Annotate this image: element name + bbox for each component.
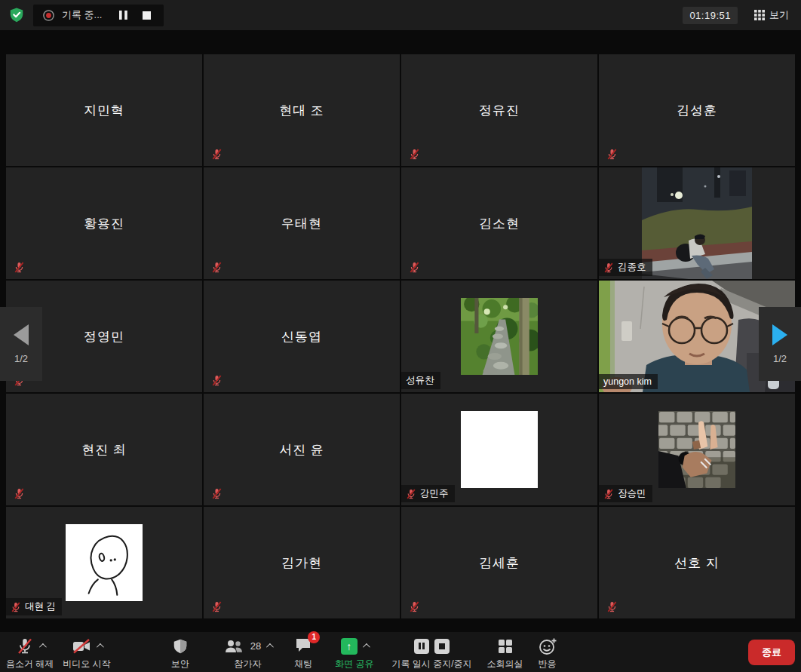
participant-tile[interactable]: 황용진 — [6, 167, 202, 279]
participant-name-label: 성유찬 — [406, 374, 434, 387]
mic-muted-icon — [606, 149, 618, 160]
participant-tile[interactable]: 성유찬 — [401, 281, 597, 392]
previous-page-button[interactable]: 1/2 — [0, 307, 42, 381]
mic-muted-icon — [606, 601, 618, 612]
view-button[interactable]: 보기 — [750, 5, 793, 25]
white-avatar — [461, 411, 538, 488]
participant-name: 신동엽 — [204, 281, 400, 392]
mic-muted-icon — [211, 375, 222, 386]
shield-icon — [172, 638, 189, 655]
participant-name-label: yungon kim — [603, 376, 652, 387]
participant-tile[interactable]: 신동엽 — [204, 281, 400, 392]
night-photo — [642, 167, 752, 279]
pause-recording-button[interactable] — [115, 7, 131, 23]
name-chip: 대현 김 — [6, 598, 62, 615]
participant-tile[interactable]: 김가현 — [204, 507, 400, 618]
doodle-avatar — [66, 524, 143, 601]
participant-tile[interactable]: 현대 조 — [204, 54, 400, 166]
next-page-button[interactable]: 1/2 — [759, 307, 801, 381]
bottom-toolbar: 음소거 해제 비디오 시작 보안 28 참가자 1 채팅 — [0, 632, 801, 672]
participant-tile[interactable]: 정유진 — [401, 54, 597, 166]
mic-muted-icon — [14, 262, 25, 273]
mic-muted-icon — [406, 489, 416, 499]
name-chip: 김종호 — [599, 259, 652, 276]
participant-grid: 지민혁 현대 조 정유진 김성훈 황용진 우태현 김소현 — [6, 54, 795, 618]
meeting-info-shield-icon[interactable] — [8, 6, 26, 24]
recording-indicator: 기록 중... — [33, 5, 164, 26]
camera-off-icon — [72, 638, 91, 655]
mic-muted-icon — [211, 601, 222, 612]
reactions-button[interactable]: 반응 — [539, 634, 557, 670]
participant-name: 서진 윤 — [204, 394, 400, 505]
view-label: 보기 — [769, 8, 789, 22]
next-page-arrow-icon — [772, 324, 787, 345]
participant-name: 현대 조 — [204, 54, 400, 166]
share-screen-icon: ↑ — [341, 638, 358, 655]
name-chip: 성유찬 — [401, 372, 440, 389]
participant-name-label: 강민주 — [420, 487, 449, 500]
end-meeting-button[interactable]: 종료 — [748, 640, 795, 665]
security-button[interactable]: 보안 — [171, 634, 189, 670]
mic-muted-icon — [603, 489, 614, 499]
participant-name: 지민혁 — [6, 54, 202, 166]
mic-muted-icon — [211, 488, 222, 499]
reactions-smiley-icon — [539, 637, 557, 655]
pause-recording-icon[interactable] — [414, 639, 429, 654]
participants-button[interactable]: 28 참가자 — [224, 634, 272, 670]
participant-tile[interactable]: 김세훈 — [401, 507, 597, 618]
previous-page-arrow-icon — [14, 324, 29, 345]
participant-tile[interactable]: 지민혁 — [6, 54, 202, 166]
participant-tile[interactable]: 현진 최 — [6, 394, 202, 505]
top-bar: 기록 중... 01:19:51 보기 — [0, 0, 801, 30]
participant-tile[interactable]: 강민주 — [401, 394, 597, 505]
chevron-up-icon[interactable] — [363, 643, 370, 651]
participant-name: 김소현 — [401, 167, 597, 279]
stop-recording-button[interactable] — [138, 7, 155, 23]
recording-label: 기록 중... — [62, 8, 102, 22]
participant-name: 김가현 — [204, 507, 400, 618]
name-chip: 장승민 — [599, 485, 652, 502]
mic-muted-icon — [409, 149, 420, 160]
chevron-up-icon[interactable] — [97, 643, 104, 651]
mic-muted-icon — [409, 262, 420, 273]
share-screen-button[interactable]: ↑ 화면 공유 — [335, 634, 373, 670]
chevron-up-icon[interactable] — [39, 643, 47, 651]
participant-name: 선호 지 — [599, 507, 795, 618]
participant-tile[interactable]: 대현 김 — [6, 507, 202, 618]
unmute-button[interactable]: 음소거 해제 — [6, 634, 54, 670]
chevron-up-icon[interactable] — [266, 643, 274, 651]
mic-muted-icon — [211, 262, 222, 273]
participant-tile[interactable]: 김성훈 — [599, 54, 795, 166]
participant-tile[interactable]: 김소현 — [401, 167, 597, 279]
participant-name: 김성훈 — [599, 54, 795, 166]
participants-count: 28 — [250, 640, 261, 652]
start-video-button[interactable]: 비디오 시작 — [63, 634, 110, 670]
hand-photo — [658, 411, 735, 488]
mic-muted-icon — [11, 602, 21, 612]
gallery-grid-icon — [754, 10, 765, 20]
breakout-rooms-icon — [497, 638, 514, 655]
page-indicator: 1/2 — [14, 353, 28, 364]
participant-name: 김세훈 — [401, 507, 597, 618]
participant-name-label: 대현 김 — [25, 600, 56, 613]
participant-name: 우태현 — [204, 167, 400, 279]
participant-tile[interactable]: 선호 지 — [599, 507, 795, 618]
chat-unread-badge: 1 — [308, 631, 320, 643]
participant-name-label: 장승민 — [618, 487, 646, 500]
participant-tile[interactable]: 우태현 — [204, 167, 400, 279]
stop-recording-icon[interactable] — [434, 639, 450, 654]
participant-tile[interactable]: 서진 윤 — [204, 394, 400, 505]
page-indicator: 1/2 — [773, 353, 787, 364]
recording-controls[interactable]: 기록 일시 중지/중지 — [392, 634, 472, 670]
participant-tile[interactable]: 김종호 — [599, 167, 795, 279]
chat-button[interactable]: 1 채팅 — [294, 634, 312, 670]
meeting-timer: 01:19:51 — [683, 7, 738, 24]
mic-muted-icon — [409, 601, 420, 612]
breakout-rooms-button[interactable]: 소회의실 — [487, 634, 523, 670]
participant-tile[interactable]: 장승민 — [599, 394, 795, 505]
participant-name: 현진 최 — [6, 394, 202, 505]
participant-name: 정유진 — [401, 54, 597, 166]
participant-name-label: 김종호 — [618, 261, 646, 274]
participant-name: 황용진 — [6, 167, 202, 279]
name-chip: 강민주 — [401, 485, 455, 502]
